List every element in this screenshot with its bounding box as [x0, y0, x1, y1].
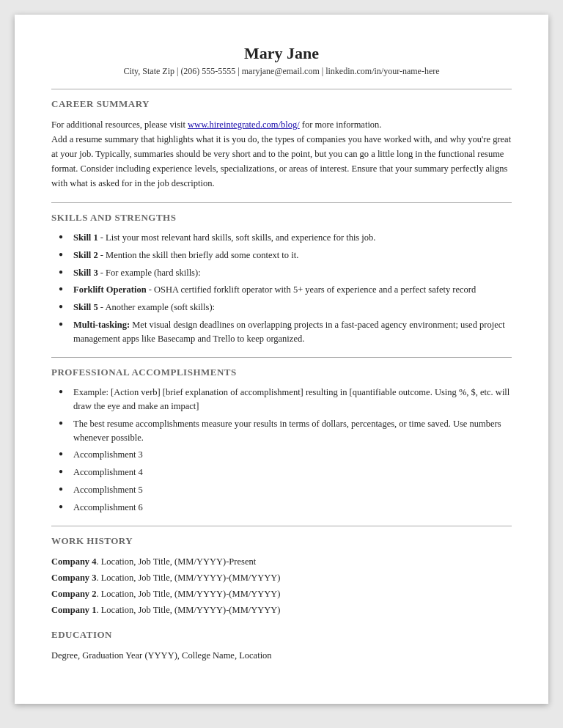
list-item: Skill 1 - List your most relevant hard s…	[59, 231, 512, 245]
work-entry: Company 1. Location, Job Title, (MM/YYYY…	[51, 603, 512, 617]
skills-divider	[51, 357, 512, 358]
career-summary-link[interactable]: www.hireintegrated.com/blog/	[188, 120, 300, 130]
accomplishments-section: PROFESSIONAL ACCOMPLISHMENTS Example: [A…	[51, 367, 512, 514]
skill-label: Skill 2	[73, 250, 98, 260]
skill-label: Skill 1	[73, 232, 98, 243]
company-name: Company 1	[51, 605, 96, 615]
work-entry: Company 3. Location, Job Title, (MM/YYYY…	[51, 570, 512, 585]
skill-label: Forklift Operation	[73, 284, 147, 295]
list-item: The best resume accomplishments measure …	[59, 417, 512, 445]
skill-label: Skill 5	[73, 302, 98, 312]
contact-details: City, State Zip | (206) 555-5555 | maryj…	[123, 66, 439, 76]
career-summary-title: CAREER SUMMARY	[51, 98, 512, 110]
list-item: Skill 5 - Another example (soft skills):	[59, 301, 512, 315]
career-summary-text: Add a resume summary that highlights wha…	[51, 134, 511, 188]
career-summary-intro: For additional resources, please visit	[51, 120, 188, 130]
summary-divider	[51, 202, 512, 203]
list-item: Multi-tasking: Met visual design deadlin…	[59, 318, 512, 346]
list-item: Accomplishment 3	[59, 448, 512, 462]
skills-section: SKILLS AND STRENGTHS Skill 1 - List your…	[51, 212, 512, 345]
resume-document: Mary Jane City, State Zip | (206) 555-55…	[15, 15, 548, 704]
accomplishments-title: PROFESSIONAL ACCOMPLISHMENTS	[51, 367, 512, 378]
skill-label: Skill 3	[73, 268, 98, 278]
career-summary-body: For additional resources, please visit w…	[51, 117, 512, 191]
education-section: EDUCATION Degree, Graduation Year (YYYY)…	[51, 629, 512, 663]
list-item: Skill 2 - Mention the skill then briefly…	[59, 249, 512, 262]
applicant-name: Mary Jane	[51, 44, 512, 63]
list-item: Accomplishment 5	[59, 483, 512, 497]
header-divider	[51, 89, 512, 89]
work-entry: Company 4. Location, Job Title, (MM/YYYY…	[51, 554, 512, 569]
company-name: Company 3	[51, 573, 96, 583]
skills-title: SKILLS AND STRENGTHS	[51, 212, 512, 224]
contact-line: City, State Zip | (206) 555-5555 | maryj…	[51, 66, 512, 77]
education-body: Degree, Graduation Year (YYYY), College …	[51, 648, 512, 663]
skills-list: Skill 1 - List your most relevant hard s…	[51, 231, 512, 345]
company-name: Company 2	[51, 589, 96, 599]
accomplishments-divider	[51, 526, 512, 526]
career-summary-section: CAREER SUMMARY For additional resources,…	[51, 98, 512, 191]
work-history-section: WORK HISTORY Company 4. Location, Job Ti…	[51, 535, 512, 617]
work-entry: Company 2. Location, Job Title, (MM/YYYY…	[51, 587, 512, 601]
list-item: Accomplishment 6	[59, 501, 512, 515]
education-title: EDUCATION	[51, 629, 512, 641]
skill-label: Multi-tasking:	[73, 320, 130, 330]
list-item: Forklift Operation - OSHA certified fork…	[59, 283, 512, 297]
resume-header: Mary Jane City, State Zip | (206) 555-55…	[51, 44, 512, 77]
list-item: Example: [Action verb] [brief explanatio…	[59, 386, 512, 413]
work-history-title: WORK HISTORY	[51, 535, 512, 547]
career-summary-intro-end: for more information.	[300, 120, 382, 130]
accomplishments-list: Example: [Action verb] [brief explanatio…	[51, 386, 512, 514]
company-name: Company 4	[51, 556, 96, 567]
list-item: Accomplishment 4	[59, 466, 512, 479]
list-item: Skill 3 - For example (hard skills):	[59, 266, 512, 280]
